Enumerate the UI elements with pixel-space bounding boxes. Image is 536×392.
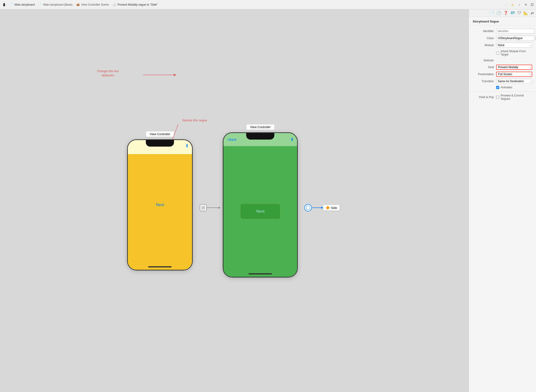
class-input-wrap: ↺ ›	[496, 36, 536, 41]
breadcrumb-item-0[interactable]: Main.storyboard	[14, 3, 35, 6]
kind-select[interactable]: Present Modally Show Show Detail Present…	[496, 65, 532, 70]
breadcrumb-sep-1: ›	[36, 3, 37, 6]
animates-text: Animates	[501, 86, 512, 89]
segue-arrow-gray	[207, 206, 220, 209]
preview-commit-label[interactable]: Preview & Commit Segues	[496, 94, 532, 100]
breadcrumb-icon-3: 📦	[76, 3, 80, 6]
class-label: Class	[473, 37, 494, 40]
phone-notch-left	[146, 140, 174, 147]
inherit-module-row: Inherit Module From Target	[469, 49, 536, 57]
panel-title: Storyboard Segue	[469, 17, 536, 25]
inherit-module-checkbox[interactable]	[496, 51, 499, 55]
identifier-row: Identifier	[469, 28, 536, 35]
list-icon[interactable]: ≡	[525, 3, 527, 7]
module-select[interactable]: None	[496, 43, 532, 48]
breadcrumb-icon-0: 📱	[2, 3, 6, 6]
phone-left: ⬆ Next	[127, 139, 193, 271]
preview-commit-checkbox[interactable]	[496, 96, 499, 99]
phones-row: View Controller ⬆ Next	[0, 9, 469, 392]
breadcrumb-sep-3: ›	[110, 3, 111, 6]
transition-label: Transition	[473, 80, 494, 83]
transition-select[interactable]: Same As Destination Cover Vertical Flip …	[496, 79, 532, 84]
breadcrumb-item-3[interactable]: Present Modally segue to "Side"	[117, 3, 158, 6]
warning-icon: ⚠	[511, 3, 514, 7]
presentation-select[interactable]: Full Screen Automatic Current Context Cu…	[496, 72, 532, 77]
inherit-module-text: Inherit Module From Target	[501, 50, 532, 56]
breadcrumb-sep-2: ›	[74, 3, 75, 6]
breadcrumb-item-1[interactable]: Main.storyboard (Base)	[43, 3, 72, 6]
canvas-area[interactable]: View Controller ⬆ Next	[0, 9, 469, 392]
module-label: Module	[473, 44, 494, 47]
class-input[interactable]	[496, 36, 535, 41]
vc-right-label: View Controller	[246, 124, 275, 130]
kind-label: Kind	[473, 65, 494, 69]
peek-row: Peek & Pop Preview & Commit Segues	[469, 93, 536, 101]
toolbar-icons: ‹ ⚠ › ≡ ⊡	[504, 2, 534, 7]
presentation-label: Presentation	[473, 73, 494, 76]
breadcrumb-item-2[interactable]: View Controller Scene	[81, 3, 109, 6]
fullscreen-icon[interactable]: ⊡	[531, 2, 534, 7]
animates-label[interactable]: Animates	[496, 86, 532, 89]
breadcrumb-icon-4: ⬜	[113, 3, 116, 6]
back-label: Back	[229, 137, 236, 141]
inherit-module-label[interactable]: Inherit Module From Target	[496, 50, 532, 56]
home-bar-left	[148, 266, 172, 267]
panel-icon-identity[interactable]: 🪪	[510, 11, 515, 15]
presentation-select-wrap: Full Screen Automatic Current Context Cu…	[496, 72, 532, 77]
selector-row: Selector	[469, 57, 536, 64]
download-icon: ⬇	[290, 137, 294, 142]
identifier-label: Identifier	[473, 29, 494, 33]
back-button-right[interactable]: ‹ Back	[227, 137, 236, 141]
panel-body: Identifier Class ↺ › Module	[469, 25, 536, 392]
breadcrumb-sep-0: ›	[7, 3, 8, 6]
kind-select-wrap: Present Modally Show Show Detail Present…	[496, 65, 532, 70]
segue-node-right[interactable]	[304, 204, 312, 211]
vc-left-label: View Controller	[146, 131, 174, 137]
chevron-left-icon: ‹	[227, 137, 228, 141]
identifier-input[interactable]	[496, 28, 535, 34]
home-bar-right	[249, 273, 272, 275]
peek-pop-label: Peek & Pop	[473, 96, 494, 99]
kind-row: Kind Present Modally Show Show Detail Pr…	[469, 64, 536, 71]
phone-notch-right	[246, 133, 274, 140]
phone-mock-right: ‹ Back ⬇ Next	[223, 132, 298, 277]
presentation-row: Presentation Full Screen Automatic Curre…	[469, 71, 536, 78]
phone-mock-left: ⬆ Next	[127, 139, 193, 271]
animates-row: Animates	[469, 85, 536, 90]
module-row: Module None ⌄	[469, 42, 536, 49]
side-icon: 🔶	[326, 206, 330, 210]
panel-icon-clock[interactable]: 🕐	[496, 11, 501, 15]
panel-icon-shield[interactable]: 🛡	[517, 11, 521, 15]
breadcrumb-icon-2: 📄	[38, 3, 42, 6]
panel-divider	[469, 91, 536, 92]
phone-right: ‹ Back ⬇ Next	[223, 132, 298, 277]
nav-forward-button[interactable]: ›	[518, 2, 521, 7]
side-destination-node: 🔶 Side	[323, 205, 340, 211]
next-btn-right[interactable]: Next	[240, 204, 280, 219]
panel-icon-question[interactable]: ❓	[503, 11, 508, 15]
transition-select-wrap: Same As Destination Cover Vertical Flip …	[496, 79, 532, 84]
right-panel: 📄 🕐 ❓ 🪪 🛡 📐 ⇄ Storyboard Segue Identifie…	[469, 9, 536, 392]
preview-commit-text: Preview & Commit Segues	[501, 94, 532, 100]
panel-icon-arrows[interactable]: ⇄	[531, 11, 534, 15]
class-row: Class ↺ ›	[469, 35, 536, 42]
segue-node-left[interactable]	[200, 204, 207, 211]
share-icon: ⬆	[185, 143, 189, 149]
main-area: View Controller ⬆ Next	[0, 9, 536, 392]
breadcrumb-icon-1: 📄	[10, 3, 13, 6]
selector-label: Selector	[473, 59, 494, 62]
transition-row: Transition Same As Destination Cover Ver…	[469, 78, 536, 85]
panel-icon-file[interactable]: 📄	[489, 11, 494, 15]
top-bar: 📱 › 📄 Main.storyboard › 📄 Main.storyboar…	[0, 0, 536, 9]
nav-back-button[interactable]: ‹	[504, 2, 507, 7]
module-select-wrap: None ⌄	[496, 43, 532, 48]
next-label-left: Next	[156, 203, 164, 207]
animates-checkbox[interactable]	[496, 86, 499, 89]
panel-icon-ruler[interactable]: 📐	[524, 11, 528, 15]
segue-arrow-blue	[312, 206, 323, 209]
side-label: Side	[331, 206, 337, 210]
